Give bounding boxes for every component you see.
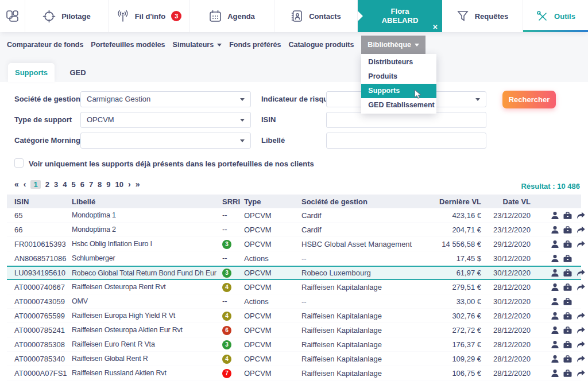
table-row[interactable]: AT0000785340 Raiffeisen Global Rent R 4 … xyxy=(7,352,581,366)
dropdown-menu-item[interactable]: Distributeurs xyxy=(361,55,436,69)
rechercher-button[interactable]: Rechercher xyxy=(502,91,556,108)
mouse-cursor xyxy=(414,90,421,104)
client-user-icon[interactable] xyxy=(551,255,559,262)
portfolio-briefcase-icon[interactable] xyxy=(563,226,572,234)
nav-requetes[interactable]: Requêtes xyxy=(442,0,523,32)
share-arrow-icon[interactable] xyxy=(577,283,585,291)
subnav-comparateur-de-fonds[interactable]: Comparateur de fonds xyxy=(7,41,83,49)
subnav-simulateurs[interactable]: Simulateurs xyxy=(173,41,222,49)
srri-badge: 4 xyxy=(222,312,231,321)
subnav-catalogue-produits[interactable]: Catalogue produits xyxy=(288,41,354,49)
table-row[interactable]: 65 Mondoptima 1 -- OPCVM Cardif 423,16 €… xyxy=(7,208,581,223)
page-number-button[interactable]: 7 xyxy=(89,180,93,189)
page-first-button[interactable]: « xyxy=(14,180,19,189)
portfolio-briefcase-icon[interactable] xyxy=(563,212,572,219)
top-navigation: Pilotage Fil d'info 3 Agenda Contacts Fl… xyxy=(0,0,588,32)
table-row[interactable]: AT0000743059 OMV -- Actions -- 33,00 € 3… xyxy=(7,294,581,309)
nav-fil-dinfo[interactable]: Fil d'info 3 xyxy=(109,0,190,32)
subnav-bibliotheque[interactable]: Bibliothèque Distributeurs Produits xyxy=(361,36,425,54)
client-user-icon[interactable] xyxy=(551,240,559,248)
portfolio-briefcase-icon[interactable] xyxy=(563,355,572,363)
share-arrow-icon[interactable] xyxy=(577,355,585,363)
portfolio-briefcase-icon[interactable] xyxy=(563,326,572,334)
portfolio-briefcase-icon[interactable] xyxy=(563,341,572,348)
share-arrow-icon[interactable] xyxy=(577,312,585,320)
share-arrow-icon[interactable] xyxy=(577,370,585,377)
table-row[interactable]: FR0010615393 Hsbc Oblig Inflation Euro I… xyxy=(7,237,581,251)
societe-de-gestion-select[interactable]: Carmignac Gestion xyxy=(80,91,251,107)
portfolio-briefcase-icon[interactable] xyxy=(563,269,572,277)
table-row[interactable]: AT0000A07FS1 Raiffeisen Russland Aktien … xyxy=(7,366,581,380)
client-user-icon[interactable] xyxy=(551,283,559,291)
portfolio-briefcase-icon[interactable] xyxy=(563,298,572,305)
client-user-icon[interactable] xyxy=(551,341,559,348)
nav-client-flora-abelard[interactable]: Flora ABELARD × xyxy=(358,0,442,32)
portfolio-briefcase-icon[interactable] xyxy=(563,283,572,291)
portfolio-briefcase-icon[interactable] xyxy=(563,370,572,377)
page-number-button[interactable]: 6 xyxy=(80,180,84,189)
share-arrow-icon[interactable] xyxy=(577,341,585,348)
table-row[interactable]: LU0934195610 Robeco Global Total Return … xyxy=(7,266,581,280)
nav-fil-dinfo-label: Fil d'info xyxy=(135,12,166,21)
dropdown-menu-item[interactable]: Produits xyxy=(361,69,436,84)
client-last-name: ABELARD xyxy=(382,16,419,25)
portfolio-briefcase-icon[interactable] xyxy=(563,312,572,320)
type-de-support-select[interactable]: OPCVM xyxy=(80,112,251,128)
isin-input[interactable] xyxy=(326,112,486,128)
client-user-icon[interactable] xyxy=(551,355,559,363)
nav-outils[interactable]: Outils xyxy=(523,0,588,32)
nav-contacts[interactable]: Contacts xyxy=(274,0,358,32)
cell-libelle: Mondoptima 2 xyxy=(64,226,215,234)
client-user-icon[interactable] xyxy=(551,326,559,334)
client-user-icon[interactable] xyxy=(551,370,559,377)
page-number-button[interactable]: 10 xyxy=(115,180,123,189)
page-number-button[interactable]: 1 xyxy=(30,180,40,189)
filter-clients-checkbox[interactable] xyxy=(14,158,24,168)
client-user-icon[interactable] xyxy=(551,269,559,277)
client-user-icon[interactable] xyxy=(551,312,559,320)
libelle-input[interactable] xyxy=(326,133,486,149)
page-number-button[interactable]: 3 xyxy=(54,180,58,189)
share-arrow-icon[interactable] xyxy=(577,240,585,248)
nav-pilotage[interactable]: Pilotage xyxy=(25,0,109,32)
categorie-morningstar-select[interactable] xyxy=(80,133,251,149)
cell-libelle: Raiffeisen Euro Rent R Vta xyxy=(64,340,215,348)
close-icon[interactable]: × xyxy=(433,23,438,31)
page-number-button[interactable]: 4 xyxy=(63,180,67,189)
cell-srri: 4 xyxy=(215,354,237,364)
share-arrow-icon[interactable] xyxy=(577,212,585,219)
page-number-button[interactable]: 5 xyxy=(71,180,75,189)
bibliotheque-dropdown-menu: Distributeurs Produits Supports xyxy=(361,54,436,114)
table-row[interactable]: 66 Mondoptima 2 -- OPCVM Cardif 204,71 €… xyxy=(7,223,581,237)
table-row[interactable]: AT0000740667 Raiffeisen Osteuropa Rent R… xyxy=(7,280,581,294)
table-row[interactable]: AT0000785308 Raiffeisen Euro Rent R Vta … xyxy=(7,337,581,352)
table-row[interactable]: AT0000765599 Raiffeisen Europa High Yiel… xyxy=(7,309,581,323)
share-arrow-icon[interactable] xyxy=(577,326,585,334)
tab-supports[interactable]: Supports xyxy=(8,63,55,82)
nav-outils-label: Outils xyxy=(554,12,575,21)
tab-ged[interactable]: GED xyxy=(55,63,101,82)
table-row[interactable]: AT0000785241 Raiffeisen Osteuropa Aktien… xyxy=(7,323,581,337)
result-count: Résultat : 10 486 xyxy=(521,182,580,190)
page-number-button[interactable]: 2 xyxy=(45,180,49,189)
page-number-button[interactable]: 9 xyxy=(106,180,110,189)
share-arrow-icon[interactable] xyxy=(577,226,585,234)
dropdown-menu-item[interactable]: Supports xyxy=(361,84,436,98)
client-user-icon[interactable] xyxy=(551,298,559,305)
app-logo[interactable] xyxy=(0,0,25,32)
chevron-down-icon xyxy=(240,119,245,122)
client-user-icon[interactable] xyxy=(551,212,559,219)
page-next-button[interactable]: › xyxy=(128,180,131,189)
page-last-button[interactable]: » xyxy=(136,180,140,189)
client-user-icon[interactable] xyxy=(551,226,559,234)
subnav-fonds-preferes[interactable]: Fonds préférés xyxy=(229,41,281,49)
page-prev-button[interactable]: ‹ xyxy=(24,180,26,189)
table-row[interactable]: AN8068571086 Schlumberger -- Actions -- … xyxy=(7,251,581,266)
dropdown-menu-item[interactable]: GED Etablissement xyxy=(361,98,436,112)
page-number-button[interactable]: 8 xyxy=(98,180,102,189)
nav-agenda[interactable]: Agenda xyxy=(190,0,274,32)
portfolio-briefcase-icon[interactable] xyxy=(563,240,572,248)
share-arrow-icon[interactable] xyxy=(577,269,585,277)
portfolio-briefcase-icon[interactable] xyxy=(563,255,572,262)
subnav-portefeuilles-modeles[interactable]: Portefeuilles modèles xyxy=(91,41,165,49)
